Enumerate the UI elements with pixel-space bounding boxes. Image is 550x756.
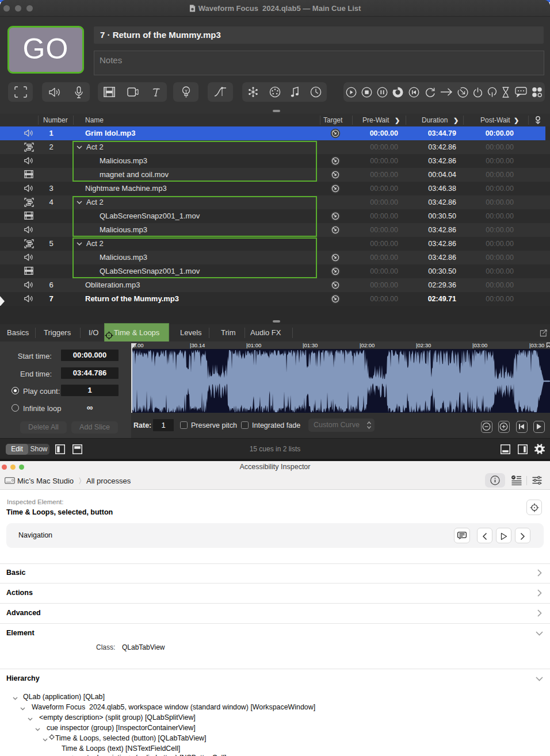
svg-text:|01:30: |01:30 (303, 342, 318, 348)
svg-text:|02:00: |02:00 (360, 342, 375, 348)
svg-text:|03:30: |03:30 (529, 342, 544, 348)
svg-text:|03:00: |03:00 (472, 342, 487, 348)
svg-text:|01:00: |01:00 (246, 342, 261, 348)
svg-text:|30.14: |30.14 (190, 342, 205, 348)
svg-text:|02:30: |02:30 (416, 342, 431, 348)
